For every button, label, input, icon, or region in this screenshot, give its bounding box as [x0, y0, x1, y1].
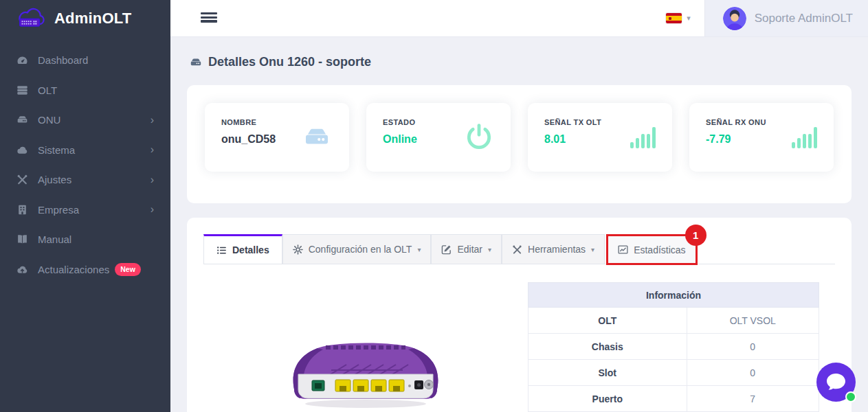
stat-label: ESTADO — [383, 118, 417, 126]
content: Detalles Onu 1260 - soporte NOMBRE onu_C… — [170, 37, 868, 412]
brand-name: AdminOLT — [54, 10, 131, 27]
annotation-step-badge: 1 — [685, 225, 706, 246]
topbar: ▾ Soporte AdminOLT — [170, 0, 868, 37]
sidebar: AdminOLT Dashboard OLT ONU › Sistema › A… — [0, 0, 170, 412]
sidebar-item-sistema[interactable]: Sistema › — [0, 135, 170, 165]
chevron-right-icon: › — [151, 115, 154, 126]
stat-label: NOMBRE — [221, 118, 276, 126]
chevron-right-icon: › — [151, 204, 154, 215]
book-icon — [15, 233, 29, 245]
signal-bars-icon — [630, 127, 656, 148]
sidebar-item-label: Sistema — [38, 144, 75, 156]
sidebar-item-dashboard[interactable]: Dashboard — [0, 45, 170, 76]
spain-flag-icon — [666, 13, 682, 23]
tab-label: Herramientas — [528, 244, 586, 255]
main-area: ▾ Soporte AdminOLT — [170, 0, 868, 412]
row-label: Slot — [528, 360, 687, 386]
sidebar-item-label: ONU — [38, 114, 60, 126]
tools-icon — [512, 244, 522, 255]
stat-card-estado: ESTADO Online — [366, 103, 511, 172]
tab-label: Estadísticas — [634, 244, 685, 255]
stat-value: -7.79 — [706, 133, 766, 146]
caret-down-icon: ▾ — [687, 14, 691, 23]
power-icon — [464, 122, 494, 152]
info-table-header: Información — [528, 283, 819, 308]
cloud-upload-icon — [15, 264, 29, 275]
stat-card-nombre: NOMBRE onu_CD58 — [205, 103, 349, 172]
sidebar-item-actualizaciones[interactable]: Actualizaciones New — [0, 255, 170, 285]
caret-down-icon: ▾ — [591, 246, 594, 253]
table-row: Chasis 0 — [528, 334, 819, 360]
tab-herramientas[interactable]: Herramientas ▾ — [502, 234, 605, 264]
tab-label: Configuración en la OLT — [309, 244, 412, 255]
gear-icon — [293, 244, 303, 255]
signal-bars-icon — [792, 127, 817, 148]
page-title-row: Detalles Onu 1260 - soporte — [187, 55, 852, 69]
table-row: Puerto 7 — [528, 386, 819, 412]
caret-down-icon: ▾ — [417, 246, 421, 253]
device-zone — [203, 282, 528, 412]
sidebar-item-olt[interactable]: OLT — [0, 76, 170, 106]
hamburger-menu-icon[interactable] — [201, 12, 217, 25]
row-label: Puerto — [528, 386, 687, 412]
sidebar-item-empresa[interactable]: Empresa › — [0, 195, 170, 225]
sidebar-item-label: Actualizaciones — [38, 264, 109, 275]
sidebar-item-label: OLT — [38, 84, 57, 96]
sidebar-item-label: Ajustes — [38, 174, 71, 185]
onu-device-icon — [15, 114, 29, 126]
stat-card-senal-tx: SEÑAL TX OLT 8.01 — [528, 103, 672, 172]
tab-editar[interactable]: Editar ▾ — [431, 234, 502, 264]
sidebar-item-label: Manual — [38, 233, 71, 245]
tab-label: Editar — [457, 244, 482, 255]
gauge-icon — [15, 54, 29, 66]
cloud-icon — [15, 144, 29, 156]
onu-device-photo — [283, 317, 448, 410]
user-menu[interactable]: Soporte AdminOLT — [704, 0, 868, 36]
list-icon — [216, 245, 227, 255]
sidebar-item-label: Dashboard — [38, 54, 88, 66]
user-name: Soporte AdminOLT — [755, 12, 853, 25]
tools-icon — [15, 174, 29, 185]
sidebar-item-label: Empresa — [38, 204, 79, 216]
stat-value: Online — [383, 133, 417, 146]
tab-label: Detalles — [232, 244, 269, 255]
tab-nav: Detalles Configuración en la OLT ▾ Edita… — [203, 234, 835, 264]
edit-icon — [441, 244, 452, 255]
info-table: Información OLT OLT VSOL Chasis 0 — [528, 282, 819, 412]
row-label: OLT — [528, 308, 687, 334]
tab-configuracion-olt[interactable]: Configuración en la OLT ▾ — [282, 234, 432, 264]
stat-card-senal-rx: SEÑAL RX ONU -7.79 — [689, 103, 834, 172]
page-title: Detalles Onu 1260 - soporte — [208, 55, 371, 69]
details-panel: Detalles Configuración en la OLT ▾ Edita… — [187, 218, 852, 412]
new-badge: New — [115, 263, 141, 276]
server-icon — [15, 84, 29, 96]
onu-device-icon — [301, 124, 333, 151]
stat-label: SEÑAL RX ONU — [706, 118, 766, 126]
row-value: OLT VSOL — [687, 308, 819, 334]
sidebar-nav: Dashboard OLT ONU › Sistema › Ajustes › … — [0, 37, 170, 284]
stat-label: SEÑAL TX OLT — [544, 118, 601, 126]
cloud-olt-logo-icon — [15, 8, 48, 30]
sidebar-item-onu[interactable]: ONU › — [0, 105, 170, 135]
brand-logo[interactable]: AdminOLT — [0, 0, 170, 37]
language-dropdown[interactable]: ▾ — [652, 0, 704, 36]
stats-panel: NOMBRE onu_CD58 ESTADO Online SEÑAL TX — [187, 85, 852, 203]
chart-line-icon — [618, 244, 628, 255]
table-zone: Información OLT OLT VSOL Chasis 0 — [528, 282, 835, 412]
tab-body: Información OLT OLT VSOL Chasis 0 — [203, 282, 835, 412]
sidebar-item-manual[interactable]: Manual — [0, 225, 170, 255]
sidebar-item-ajustes[interactable]: Ajustes › — [0, 165, 170, 195]
tab-estadisticas[interactable]: Estadísticas — [608, 236, 695, 263]
building-icon — [15, 204, 29, 216]
table-row: Slot 0 — [528, 360, 819, 386]
chevron-right-icon: › — [151, 174, 154, 185]
avatar — [723, 7, 746, 30]
tab-detalles[interactable]: Detalles — [203, 234, 282, 264]
chat-widget-button[interactable] — [816, 363, 856, 402]
stat-value: 8.01 — [544, 133, 601, 146]
online-status-dot — [845, 391, 856, 402]
table-row: OLT OLT VSOL — [528, 308, 819, 334]
row-value: 0 — [687, 334, 819, 360]
stat-value: onu_CD58 — [221, 133, 276, 146]
row-value: 7 — [687, 386, 819, 412]
